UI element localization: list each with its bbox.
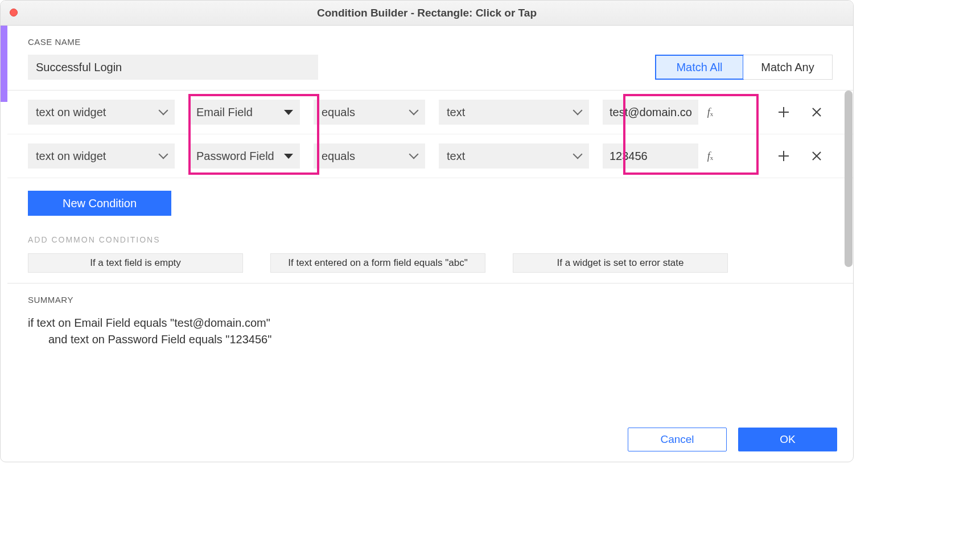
chevron-down-icon xyxy=(410,152,418,160)
remove-condition-icon[interactable] xyxy=(809,104,825,120)
match-any-button[interactable]: Match Any xyxy=(743,55,832,79)
plus-icon xyxy=(779,151,789,161)
condition-row: text on widget Password Field equals tex… xyxy=(7,134,853,178)
chevron-down-icon xyxy=(574,108,582,116)
condition-compare-value: text xyxy=(447,150,465,163)
triangle-down-icon xyxy=(284,154,293,159)
main-panel: CASE NAME Match All Match Any text on wi… xyxy=(7,26,853,462)
condition-compare-value: text xyxy=(447,106,465,119)
case-name-label: CASE NAME xyxy=(28,37,833,47)
fx-button[interactable]: fx xyxy=(702,100,719,125)
common-conditions-label: ADD COMMON CONDITIONS xyxy=(28,235,833,244)
x-icon xyxy=(812,107,822,117)
fx-button[interactable]: fx xyxy=(702,143,719,169)
summary-line: if text on Email Field equals "test@doma… xyxy=(28,317,270,329)
condition-compare-select[interactable]: text xyxy=(439,143,589,169)
condition-type-select[interactable]: text on widget xyxy=(28,100,175,125)
scrollbar-thumb[interactable] xyxy=(845,91,853,267)
titlebar: Condition Builder - Rectangle: Click or … xyxy=(1,1,853,26)
condition-operator-value: equals xyxy=(322,106,355,119)
x-icon xyxy=(812,151,822,161)
summary-label: SUMMARY xyxy=(28,295,833,305)
condition-type-value: text on widget xyxy=(36,150,106,163)
chevron-down-icon xyxy=(160,152,168,160)
common-condition-button[interactable]: If a widget is set to error state xyxy=(513,253,728,273)
new-condition-button[interactable]: New Condition xyxy=(28,191,171,216)
common-condition-button[interactable]: If a text field is empty xyxy=(28,253,243,273)
condition-value-cell: fx xyxy=(603,143,719,169)
condition-target-select[interactable]: Password Field xyxy=(188,143,300,169)
condition-target-select[interactable]: Email Field xyxy=(188,100,300,125)
add-condition-icon[interactable] xyxy=(776,104,792,120)
condition-value-input[interactable] xyxy=(603,100,698,125)
close-icon[interactable] xyxy=(10,9,18,17)
plus-icon xyxy=(779,107,789,117)
conditions-list: text on widget Email Field equals text xyxy=(7,91,853,178)
summary-section: SUMMARY if text on Email Field equals "t… xyxy=(7,283,853,462)
add-condition-icon[interactable] xyxy=(776,148,792,164)
condition-operator-select[interactable]: equals xyxy=(314,143,425,169)
condition-builder-window: Condition Builder - Rectangle: Click or … xyxy=(0,0,854,462)
chevron-down-icon xyxy=(410,108,418,116)
match-toggle-group: Match All Match Any xyxy=(655,55,833,80)
case-section: CASE NAME Match All Match Any xyxy=(7,26,853,91)
chevron-down-icon xyxy=(574,152,582,160)
condition-operator-value: equals xyxy=(322,150,355,163)
condition-target-value: Password Field xyxy=(196,150,274,163)
footer-buttons: Cancel OK xyxy=(628,428,837,451)
new-condition-section: New Condition xyxy=(7,178,853,221)
chevron-down-icon xyxy=(160,108,168,116)
triangle-down-icon xyxy=(284,110,293,115)
condition-target-value: Email Field xyxy=(196,106,253,119)
condition-compare-select[interactable]: text xyxy=(439,100,589,125)
summary-line: and text on Password Field equals "12345… xyxy=(28,331,833,348)
condition-row: text on widget Email Field equals text xyxy=(7,91,853,134)
window-title: Condition Builder - Rectangle: Click or … xyxy=(317,7,537,19)
summary-text: if text on Email Field equals "test@doma… xyxy=(28,315,833,348)
left-accent-bar xyxy=(1,26,7,102)
condition-type-select[interactable]: text on widget xyxy=(28,143,175,169)
match-all-button[interactable]: Match All xyxy=(655,55,744,80)
condition-type-value: text on widget xyxy=(36,106,106,119)
condition-value-cell: fx xyxy=(603,100,719,125)
common-conditions-section: ADD COMMON CONDITIONS If a text field is… xyxy=(7,221,853,283)
condition-value-input[interactable] xyxy=(603,143,698,169)
content-area: CASE NAME Match All Match Any text on wi… xyxy=(1,26,853,462)
scrollbar[interactable] xyxy=(844,91,853,267)
cancel-button[interactable]: Cancel xyxy=(628,428,727,451)
ok-button[interactable]: OK xyxy=(738,428,837,451)
condition-operator-select[interactable]: equals xyxy=(314,100,425,125)
common-condition-button[interactable]: If text entered on a form field equals "… xyxy=(270,253,485,273)
remove-condition-icon[interactable] xyxy=(809,148,825,164)
case-name-input[interactable] xyxy=(28,55,318,80)
